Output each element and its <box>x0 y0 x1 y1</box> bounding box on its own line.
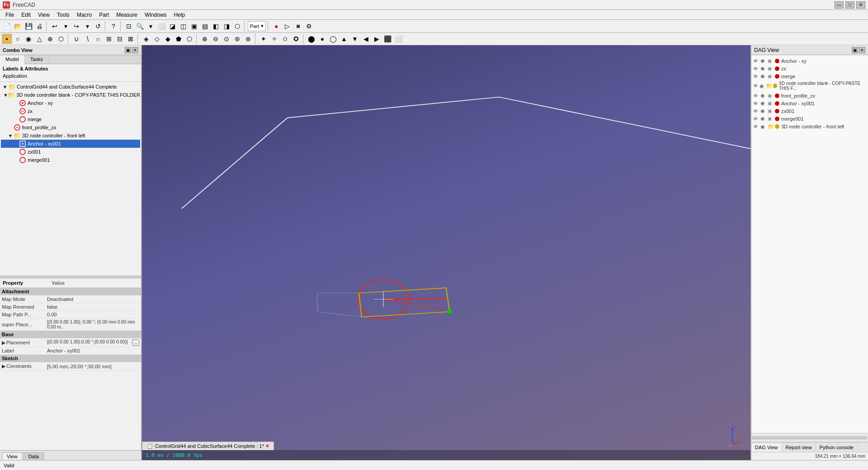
tab-view[interactable]: View <box>2 452 23 460</box>
part-box-btn[interactable]: ▪ <box>2 34 12 44</box>
menu-file[interactable]: File <box>2 11 18 19</box>
prop-value-label[interactable]: Anchor - xy001 <box>45 347 141 355</box>
dag-item-3dnode-front[interactable]: 👁 ◉ 📁 3D node controller - front left <box>752 122 867 131</box>
view-btn2[interactable]: ⊖ <box>211 34 221 44</box>
tab-tasks[interactable]: Tasks <box>25 55 49 64</box>
part-sphere-btn[interactable]: ◉ <box>24 34 33 44</box>
menu-view[interactable]: View <box>34 11 53 19</box>
menu-measure[interactable]: Measure <box>113 11 141 19</box>
minimize-button[interactable]: — <box>835 1 844 9</box>
tree-toggle-3dnode[interactable]: ▼ <box>3 93 8 98</box>
dag-eye-merge[interactable]: 👁 <box>753 74 760 79</box>
view-box-button[interactable]: ⬜ <box>156 21 166 31</box>
placement-edit-button[interactable]: ... <box>132 339 139 346</box>
prop-value-map-path[interactable]: 0.00 <box>45 311 141 319</box>
dag-scroll-track[interactable] <box>752 437 867 439</box>
tree-item-anchor-xy001[interactable]: Anchor - xy001 <box>1 140 140 148</box>
bool-cut-btn[interactable]: ∖ <box>82 34 92 44</box>
view-btn4[interactable]: ⊚ <box>232 34 242 44</box>
extra-btn6[interactable]: ◀ <box>361 34 371 44</box>
dag-eye2-anchor-xy[interactable]: ◉ <box>760 58 767 64</box>
print-button[interactable]: 🖨 <box>34 21 44 31</box>
dag-eye2-anchor-xy001[interactable]: ◉ <box>760 100 767 106</box>
help-button[interactable]: ? <box>108 21 118 31</box>
view-btn3[interactable]: ⊙ <box>222 34 231 44</box>
part-cone-btn[interactable]: △ <box>34 34 44 44</box>
dag-eye2-merge[interactable]: ◉ <box>760 73 767 79</box>
dag-item-zx[interactable]: 👁 ◉ ▣ zx <box>752 65 867 72</box>
prop-value-super-place[interactable]: [(0.00 0.00 1.00); 0.00 °; (0.00 mm 0.00… <box>45 319 141 331</box>
bool-union-btn[interactable]: ∪ <box>71 34 81 44</box>
workbench-dropdown[interactable]: Part ▾ <box>248 21 266 31</box>
extra-btn4[interactable]: ▲ <box>339 34 349 44</box>
dag-eye-3dnode-front[interactable]: 👁 <box>753 124 760 129</box>
prop-value-map-mode[interactable]: Deactivated <box>45 296 141 303</box>
sketch-btn1[interactable]: ◈ <box>141 34 151 44</box>
view-right-button[interactable]: ◨ <box>222 21 231 31</box>
macro-button[interactable]: ⚙ <box>304 21 314 31</box>
expand-constraints-icon[interactable]: ▶ <box>2 363 5 369</box>
extra-btn9[interactable]: ⬜ <box>393 34 403 44</box>
zoom-in-button[interactable]: 🔍 <box>135 21 145 31</box>
tree-toggle-controlgrid[interactable]: ▼ <box>3 85 8 89</box>
close-button[interactable]: ✕ <box>856 1 865 9</box>
dag-tab-report[interactable]: Report view <box>782 443 816 451</box>
snap-btn1[interactable]: ✦ <box>259 34 269 44</box>
zoom-fit-button[interactable]: ⊡ <box>124 21 134 31</box>
dag-eye-front-profile[interactable]: 👁 <box>753 93 760 99</box>
dag-eye-zx001[interactable]: 👁 <box>753 108 760 114</box>
view-left-button[interactable]: ◧ <box>211 21 221 31</box>
combo-float-button[interactable]: ▣ <box>125 47 131 53</box>
prop-value-map-reversed[interactable]: false <box>45 303 141 311</box>
menu-help[interactable]: Help <box>170 11 189 19</box>
view-iso-button[interactable]: ⬡ <box>232 21 242 31</box>
record-button[interactable]: ● <box>271 21 281 31</box>
menu-windows[interactable]: Windows <box>141 11 170 19</box>
tree-item-zx[interactable]: zx <box>1 107 140 115</box>
extra-btn8[interactable]: ⬛ <box>382 34 392 44</box>
dag-eye2-zx[interactable]: ◉ <box>760 66 767 71</box>
dag-scrollbar[interactable] <box>751 433 868 442</box>
combo-close-button[interactable]: ✕ <box>132 47 138 53</box>
extra-btn2[interactable]: ● <box>317 34 327 44</box>
dag-eye2-front-profile[interactable]: ◉ <box>760 93 767 99</box>
prop-value-constraints[interactable]: [5.00 mm;-20.00 °;30.00 mm] <box>45 362 141 371</box>
dag-close-button[interactable]: ✕ <box>859 47 865 53</box>
menu-part[interactable]: Part <box>95 11 113 19</box>
tree-item-merge001[interactable]: merge001 <box>1 156 140 164</box>
bool-inter-btn[interactable]: ∩ <box>93 34 103 44</box>
tree-item-anchor-xy[interactable]: Anchor - xy <box>1 99 140 107</box>
dag-item-3dnode-folder[interactable]: 👁 ◉ 📁 3D node controller blank - COPY-PA… <box>752 80 867 92</box>
sketch-btn4[interactable]: ⬟ <box>174 34 184 44</box>
viewport-tab-close[interactable]: × <box>266 443 269 449</box>
view-top-button[interactable]: ▣ <box>189 21 199 31</box>
dag-eye-anchor-xy001[interactable]: 👁 <box>753 101 760 106</box>
bool-btn2[interactable]: ⊞ <box>104 34 114 44</box>
extra-btn3[interactable]: ◯ <box>328 34 338 44</box>
redo-dropdown[interactable]: ▾ <box>82 21 92 31</box>
viewport-3d[interactable]: Y X Z 1.0 ms / 1000.0 fps 📋 ControlGrid4… <box>142 45 750 460</box>
menu-macro[interactable]: Macro <box>73 11 95 19</box>
dag-eye2-3dnode-front[interactable]: ◉ <box>760 124 767 130</box>
part-torus-btn[interactable]: ⊕ <box>45 34 55 44</box>
view-bottom-button[interactable]: ▤ <box>200 21 210 31</box>
undo-button[interactable]: ↩ <box>50 21 60 31</box>
dag-eye-anchor-xy[interactable]: 👁 <box>753 58 760 64</box>
save-button[interactable]: 💾 <box>24 21 33 31</box>
dag-tab-python[interactable]: Python console <box>816 443 858 451</box>
bool-btn4[interactable]: ⊠ <box>126 34 136 44</box>
dag-eye-zx[interactable]: 👁 <box>753 66 760 71</box>
undo-dropdown[interactable]: ▾ <box>61 21 71 31</box>
menu-edit[interactable]: Edit <box>18 11 34 19</box>
redo-button[interactable]: ↪ <box>71 21 81 31</box>
tree-item-front-profile[interactable]: front_profile_zx <box>1 123 140 132</box>
dag-item-front-profile[interactable]: 👁 ◉ ▣ front_profile_zx <box>752 92 867 99</box>
view-menu-button[interactable]: ▾ <box>146 21 156 31</box>
dag-item-merge001[interactable]: 👁 ◉ ▣ merge001 <box>752 115 867 122</box>
stop-button[interactable]: ◾ <box>293 21 303 31</box>
extra-btn7[interactable]: ▶ <box>372 34 382 44</box>
expand-placement-icon[interactable]: ▶ <box>2 340 5 345</box>
play-button[interactable]: ▷ <box>282 21 292 31</box>
tree-item-3dnode[interactable]: ▼ 📁 3D node controller blank - COPY-PAST… <box>1 91 140 99</box>
extra-btn1[interactable]: ⬤ <box>307 34 316 44</box>
